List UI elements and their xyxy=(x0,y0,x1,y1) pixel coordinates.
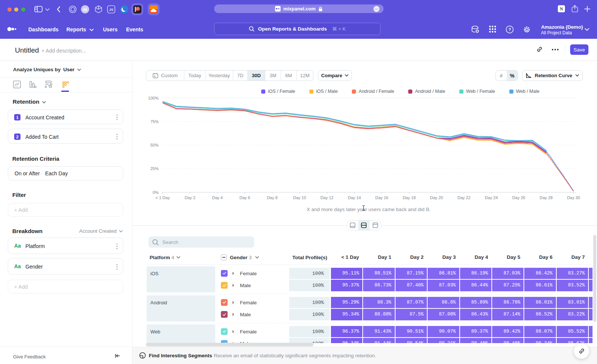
svg-text:25%: 25% xyxy=(150,166,159,171)
svg-text:Day 18: Day 18 xyxy=(403,195,416,200)
svg-text:Day 10: Day 10 xyxy=(293,195,306,200)
svg-text:Day 16: Day 16 xyxy=(375,195,388,200)
svg-text:Day 6: Day 6 xyxy=(240,195,250,200)
svg-text:< 1 Day: < 1 Day xyxy=(156,195,170,200)
svg-text:75%: 75% xyxy=(150,119,159,124)
svg-text:Day 28: Day 28 xyxy=(540,195,553,200)
svg-text:100%: 100% xyxy=(148,96,159,100)
svg-text:50%: 50% xyxy=(150,143,159,147)
svg-text:Day 30: Day 30 xyxy=(567,195,580,200)
svg-text:Day 26: Day 26 xyxy=(512,195,525,200)
svg-text:Day 2: Day 2 xyxy=(185,195,196,200)
svg-text:Day 24: Day 24 xyxy=(485,195,498,200)
svg-text:0%: 0% xyxy=(153,190,159,195)
svg-text:Day 12: Day 12 xyxy=(321,195,334,200)
svg-text:Day 14: Day 14 xyxy=(348,195,361,200)
svg-text:Day 8: Day 8 xyxy=(267,195,278,200)
svg-text:Day 20: Day 20 xyxy=(430,195,443,200)
svg-text:Day 22: Day 22 xyxy=(457,195,471,200)
svg-text:Day 4: Day 4 xyxy=(212,195,223,200)
